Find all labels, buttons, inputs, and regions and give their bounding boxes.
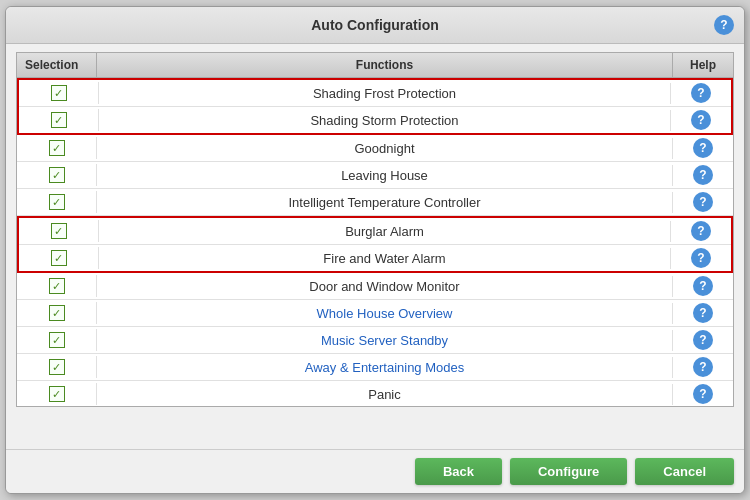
cell-function-8: Door and Window Monitor	[97, 276, 673, 297]
help-icon-6[interactable]: ?	[691, 221, 711, 241]
cancel-button[interactable]: Cancel	[635, 458, 734, 485]
table-row: ✓ Burglar Alarm ?	[19, 218, 731, 245]
cell-selection-2[interactable]: ✓	[19, 109, 99, 131]
cell-function-5: Intelligent Temperature Controller	[97, 192, 673, 213]
configure-button[interactable]: Configure	[510, 458, 627, 485]
checkbox-1[interactable]: ✓	[51, 85, 67, 101]
cell-help-9[interactable]: ?	[673, 300, 733, 326]
help-icon-10[interactable]: ?	[693, 330, 713, 350]
cell-function-2: Shading Storm Protection	[99, 110, 671, 131]
checkbox-8[interactable]: ✓	[49, 278, 65, 294]
cell-function-4: Leaving House	[97, 165, 673, 186]
back-button[interactable]: Back	[415, 458, 502, 485]
cell-help-1[interactable]: ?	[671, 80, 731, 106]
cell-function-1: Shading Frost Protection	[99, 83, 671, 104]
cell-selection-9[interactable]: ✓	[17, 302, 97, 324]
table-body: ✓ Shading Frost Protection ? ✓ Shading S…	[16, 77, 734, 407]
table-row: ✓ Panic ?	[17, 381, 733, 407]
table-row: ✓ Fire and Water Alarm ?	[19, 245, 731, 271]
cell-selection-6[interactable]: ✓	[19, 220, 99, 242]
help-icon-2[interactable]: ?	[691, 110, 711, 130]
footer: Back Configure Cancel	[6, 449, 744, 493]
cell-function-7: Fire and Water Alarm	[99, 248, 671, 269]
checkbox-4[interactable]: ✓	[49, 167, 65, 183]
checkbox-10[interactable]: ✓	[49, 332, 65, 348]
help-icon-12[interactable]: ?	[693, 384, 713, 404]
table-header: Selection Functions Help	[16, 52, 734, 77]
cell-selection-12[interactable]: ✓	[17, 383, 97, 405]
table-row: ✓ Intelligent Temperature Controller ?	[17, 189, 733, 216]
dialog-title: Auto Configuration	[36, 17, 714, 33]
cell-help-2[interactable]: ?	[671, 107, 731, 133]
help-icon-4[interactable]: ?	[693, 165, 713, 185]
cell-selection-1[interactable]: ✓	[19, 82, 99, 104]
cell-function-9: Whole House Overview	[97, 303, 673, 324]
checkbox-12[interactable]: ✓	[49, 386, 65, 402]
help-icon-5[interactable]: ?	[693, 192, 713, 212]
help-icon-3[interactable]: ?	[693, 138, 713, 158]
cell-selection-7[interactable]: ✓	[19, 247, 99, 269]
table-row: ✓ Goodnight ?	[17, 135, 733, 162]
help-icon-9[interactable]: ?	[693, 303, 713, 323]
col-selection: Selection	[17, 53, 97, 77]
auto-config-dialog: Auto Configuration ? Selection Functions…	[5, 6, 745, 494]
cell-help-3[interactable]: ?	[673, 135, 733, 161]
shading-group-box: ✓ Shading Frost Protection ? ✓ Shading S…	[17, 78, 733, 135]
help-icon-7[interactable]: ?	[691, 248, 711, 268]
checkbox-11[interactable]: ✓	[49, 359, 65, 375]
title-bar: Auto Configuration ?	[6, 7, 744, 44]
cell-function-12: Panic	[97, 384, 673, 405]
checkbox-9[interactable]: ✓	[49, 305, 65, 321]
col-functions: Functions	[97, 53, 673, 77]
cell-help-8[interactable]: ?	[673, 273, 733, 299]
cell-function-3: Goodnight	[97, 138, 673, 159]
help-icon-1[interactable]: ?	[691, 83, 711, 103]
cell-selection-8[interactable]: ✓	[17, 275, 97, 297]
help-icon-11[interactable]: ?	[693, 357, 713, 377]
table-row: ✓ Leaving House ?	[17, 162, 733, 189]
checkbox-7[interactable]: ✓	[51, 250, 67, 266]
table-row: ✓ Music Server Standby ?	[17, 327, 733, 354]
table-row: ✓ Shading Frost Protection ?	[19, 80, 731, 107]
cell-help-12[interactable]: ?	[673, 381, 733, 407]
cell-selection-4[interactable]: ✓	[17, 164, 97, 186]
cell-selection-10[interactable]: ✓	[17, 329, 97, 351]
cell-function-10: Music Server Standby	[97, 330, 673, 351]
cell-help-4[interactable]: ?	[673, 162, 733, 188]
checkbox-3[interactable]: ✓	[49, 140, 65, 156]
cell-function-11: Away & Entertaining Modes	[97, 357, 673, 378]
cell-help-5[interactable]: ?	[673, 189, 733, 215]
cell-function-6: Burglar Alarm	[99, 221, 671, 242]
cell-selection-11[interactable]: ✓	[17, 356, 97, 378]
checkbox-5[interactable]: ✓	[49, 194, 65, 210]
cell-help-11[interactable]: ?	[673, 354, 733, 380]
cell-help-6[interactable]: ?	[671, 218, 731, 244]
table-container: Selection Functions Help ✓ Shading Frost…	[6, 44, 744, 449]
table-row: ✓ Door and Window Monitor ?	[17, 273, 733, 300]
table-row: ✓ Away & Entertaining Modes ?	[17, 354, 733, 381]
checkbox-6[interactable]: ✓	[51, 223, 67, 239]
cell-selection-3[interactable]: ✓	[17, 137, 97, 159]
cell-selection-5[interactable]: ✓	[17, 191, 97, 213]
col-help: Help	[673, 53, 733, 77]
checkbox-2[interactable]: ✓	[51, 112, 67, 128]
title-help-button[interactable]: ?	[714, 15, 734, 35]
alarm-group-box: ✓ Burglar Alarm ? ✓ Fire and Water Alarm…	[17, 216, 733, 273]
help-icon-8[interactable]: ?	[693, 276, 713, 296]
table-row: ✓ Shading Storm Protection ?	[19, 107, 731, 133]
cell-help-10[interactable]: ?	[673, 327, 733, 353]
cell-help-7[interactable]: ?	[671, 245, 731, 271]
table-row: ✓ Whole House Overview ?	[17, 300, 733, 327]
